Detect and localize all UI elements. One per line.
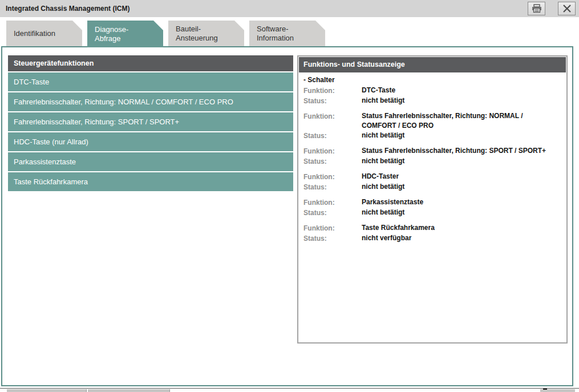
- status-entry: Funktion: HDC-Taster Status: nicht betät…: [303, 172, 561, 192]
- status-entry: Funktion: Status Fahrerlebnisschalter, R…: [303, 111, 561, 141]
- tab-bauteil-ansteuerung[interactable]: Bauteil- Ansteuerung: [168, 21, 244, 46]
- status-entry: Funktion: Taste Rückfahrkamera Status: n…: [303, 223, 561, 244]
- funktion-value: HDC-Taster: [362, 172, 561, 182]
- status-value: nicht betätigt: [362, 96, 561, 106]
- status-label: Status:: [303, 208, 362, 218]
- tab-label-line: Diagnose-: [95, 25, 163, 34]
- status-entry: Funktion: DTC-Taste Status: nicht betäti…: [303, 86, 561, 106]
- tab-diagnose-abfrage[interactable]: Diagnose- Abfrage: [87, 21, 163, 47]
- close-window-button[interactable]: [558, 2, 576, 15]
- funktion-value: Parkassistenztaste: [362, 197, 561, 208]
- status-label: Status:: [303, 233, 362, 244]
- tab-identifikation[interactable]: Identifikation: [6, 21, 82, 46]
- status-label: Status:: [303, 182, 362, 192]
- function-button-hdc-taste[interactable]: HDC-Taste (nur Allrad): [8, 132, 293, 151]
- status-value: nicht betätigt: [362, 208, 561, 218]
- tab-label-line: Software-: [257, 25, 325, 34]
- funktion-value: Status Fahrerlebnisschalter, Richtung: N…: [362, 111, 561, 131]
- window-title: Integrated Chassis Management (ICM): [6, 0, 129, 17]
- status-list: - Schalter Funktion: DTC-Taste Status: n…: [299, 72, 566, 244]
- function-button-taste-rueckfahrkamera[interactable]: Taste Rückfahrkamera: [8, 172, 293, 191]
- right-panel-header: Funktions- und Statusanzeige: [299, 57, 566, 72]
- status-value: nicht betätigt: [362, 131, 561, 141]
- icm-dialog-window: Integrated Chassis Management (ICM): [0, 0, 579, 392]
- function-button-fahrerlebnisschalter-normal[interactable]: Fahrerlebnisschalter, Richtung: NORMAL /…: [8, 92, 293, 111]
- funktion-label: Funktion:: [303, 146, 362, 156]
- status-value: nicht betätigt: [362, 182, 561, 192]
- funktion-label: Funktion:: [303, 223, 362, 233]
- status-entry: Funktion: Status Fahrerlebnisschalter, R…: [303, 146, 561, 167]
- funktion-label: Funktion:: [303, 197, 362, 208]
- funktion-value: Taste Rückfahrkamera: [362, 223, 561, 233]
- background-window-mark: [543, 389, 547, 390]
- steuergeraetefunktionen-panel: Steuergerätefunktionen DTC-Taste Fahrerl…: [8, 55, 293, 191]
- left-panel-header: Steuergerätefunktionen: [8, 55, 293, 71]
- close-icon: [562, 3, 572, 14]
- status-value: nicht verfügbar: [362, 233, 561, 244]
- background-window-strip: [0, 388, 579, 392]
- tab-label-line: Bauteil-: [176, 25, 244, 34]
- tab-label-line: Abfrage: [95, 34, 163, 43]
- background-window-tab: [7, 389, 87, 392]
- group-title-schalter: - Schalter: [303, 76, 561, 84]
- tab-label-line: Information: [257, 34, 325, 43]
- tab-label-line: Ansteuerung: [176, 34, 244, 43]
- title-bar: Integrated Chassis Management (ICM): [0, 0, 579, 17]
- status-label: Status:: [303, 156, 362, 167]
- status-value: nicht betätigt: [362, 156, 561, 167]
- function-button-dtc-taste[interactable]: DTC-Taste: [8, 72, 293, 91]
- tab-software-information[interactable]: Software- Information: [249, 21, 325, 46]
- funktion-value: Status Fahrerlebnisschalter, Richtung: S…: [362, 146, 561, 156]
- status-entry: Funktion: Parkassistenztaste Status: nic…: [303, 197, 561, 218]
- tab-label-line: Identifikation: [14, 29, 82, 38]
- funktion-label: Funktion:: [303, 172, 362, 182]
- tab-bar: Identifikation Diagnose- Abfrage Bauteil…: [6, 21, 330, 47]
- funktion-value: DTC-Taste: [362, 86, 561, 96]
- status-label: Status:: [303, 131, 362, 141]
- funktions-statusanzeige-panel: Funktions- und Statusanzeige - Schalter …: [297, 55, 568, 343]
- funktion-label: Funktion:: [303, 86, 362, 96]
- printer-icon: [531, 4, 542, 13]
- print-button[interactable]: [528, 2, 545, 15]
- background-window-tab: [88, 389, 170, 392]
- funktion-label: Funktion:: [303, 111, 362, 131]
- function-button-fahrerlebnisschalter-sport[interactable]: Fahrerlebnisschalter, Richtung: SPORT / …: [8, 112, 293, 131]
- status-label: Status:: [303, 96, 362, 106]
- function-button-parkassistenztaste[interactable]: Parkassistenztaste: [8, 152, 293, 171]
